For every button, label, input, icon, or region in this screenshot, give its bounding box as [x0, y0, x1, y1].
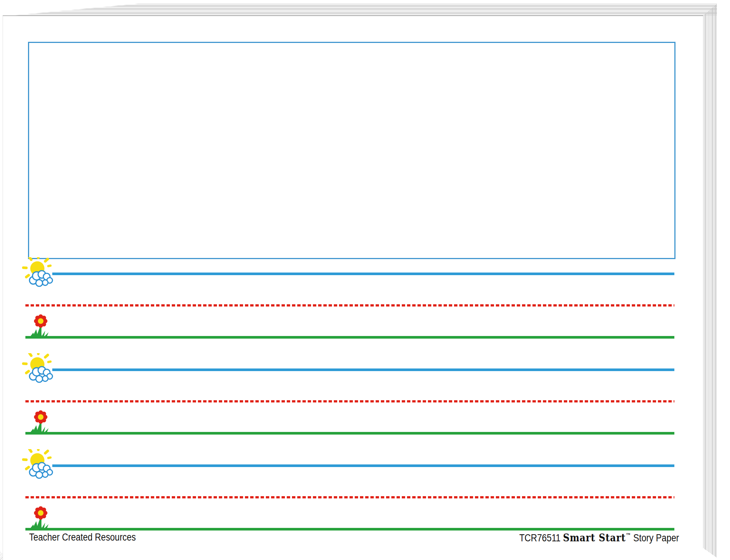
publisher-name: Teacher Created Resources — [29, 532, 136, 543]
writing-line-middle-dashed — [25, 304, 674, 307]
writing-line-top — [52, 273, 674, 275]
product-code: TCR76511 — [519, 532, 561, 544]
writing-line-middle-dashed — [25, 400, 674, 402]
trademark-symbol: ™ — [626, 532, 631, 539]
picture-box — [28, 42, 675, 259]
story-paper-pad: Teacher Created Resources TCR76511 Smart… — [0, 0, 730, 560]
flower-icon — [28, 314, 54, 337]
flower-icon — [28, 506, 54, 529]
product-name: Story Paper — [633, 532, 679, 544]
writing-line-top — [52, 368, 674, 371]
writing-line-bottom — [25, 528, 674, 531]
writing-line-bottom — [25, 336, 674, 339]
pad-sheet-edges-top — [11, 4, 717, 16]
product-footer: TCR76511 Smart Start™ Story Paper — [519, 532, 679, 544]
writing-line-bottom — [25, 432, 674, 435]
pad-sheet-edges-right — [703, 4, 717, 558]
brand-name: Smart Start — [563, 532, 626, 544]
writing-line-top — [52, 464, 674, 467]
flower-icon — [28, 410, 54, 433]
writing-line-middle-dashed — [25, 496, 674, 498]
